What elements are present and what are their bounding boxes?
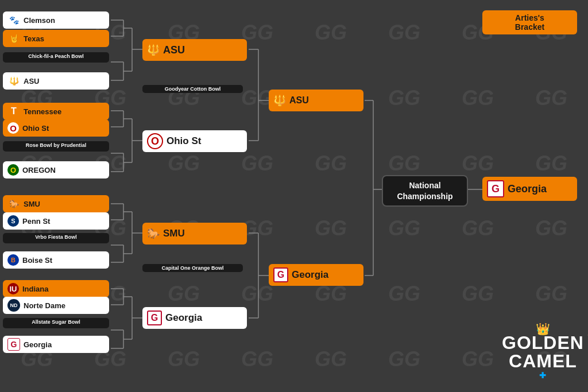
r1-indiana: IU Indiana: [3, 280, 109, 297]
r2-asu: 🔱 ASU: [142, 39, 247, 61]
smu-r2-icon: 🐎: [147, 227, 160, 240]
r2-smu: 🐎 SMU: [142, 223, 247, 244]
texas-icon: 🤘: [7, 32, 20, 45]
r1-georgia: G Georgia: [3, 336, 109, 353]
notredame-icon: ND: [7, 299, 20, 312]
georgia-r3-icon: G: [273, 267, 288, 282]
georgia-winner-icon: G: [487, 180, 504, 197]
r1-texas: 🤘 Texas: [3, 30, 109, 47]
r1-penn-st: S Penn St: [3, 212, 109, 230]
r1-clemson: 🐾 Clemson: [3, 11, 109, 29]
r3-georgia: G Georgia: [269, 264, 363, 286]
georgia-r2-icon: G: [147, 311, 162, 325]
pennst-icon: S: [7, 215, 19, 227]
clemson-icon: 🐾: [7, 14, 20, 26]
tennessee-icon: T: [7, 105, 20, 118]
peach-bowl-label: Chick-fil-a Peach Bowl: [3, 52, 109, 63]
boisest-icon: B: [7, 254, 19, 266]
smu-r1-icon: 🐎: [7, 197, 20, 210]
oregon-icon: O: [7, 164, 19, 176]
ohiost-r2-icon: O: [147, 133, 163, 149]
r1-ohio-st: O Ohio St: [3, 119, 109, 137]
r1-tennessee: T Tennessee: [3, 103, 109, 120]
r4-georgia-winner: G Georgia: [482, 177, 577, 201]
golden-camel-logo: 👑 GOLDEN CAMEL ✚ 🐪: [502, 322, 577, 381]
r1-oregon: O OREGON: [3, 161, 109, 178]
sugar-bowl-label: Allstate Sugar Bowl: [3, 318, 109, 328]
asu-r1-icon: 🔱: [7, 75, 20, 87]
r1-smu: 🐎 SMU: [3, 195, 109, 212]
ohiost-r1-icon: O: [7, 122, 19, 134]
r1-asu: 🔱 ASU: [3, 72, 109, 90]
asu-r3-icon: 🔱: [273, 94, 286, 107]
arties-bracket-label: Arties'sBracket: [482, 10, 577, 34]
national-championship-box: NationalChampionship: [382, 175, 468, 207]
fiesta-bowl-label: Vrbo Fiesta Bowl: [3, 233, 109, 243]
georgia-r1-icon: G: [7, 338, 20, 351]
asu-r2-icon: 🔱: [147, 44, 160, 56]
r2-georgia: G Georgia: [142, 307, 247, 329]
r3-asu: 🔱 ASU: [269, 90, 363, 111]
r1-notre-dame: ND Norte Dame: [3, 297, 109, 314]
orange-bowl-label: Capital One Orange Bowl: [142, 264, 243, 272]
r1-boise-st: B Boise St: [3, 251, 109, 269]
cotton-bowl-label: Goodyear Cotton Bowl: [142, 85, 243, 93]
rose-bowl-label: Rose Bowl by Prudential: [3, 141, 109, 152]
r2-ohio-st: O Ohio St: [142, 130, 247, 152]
indiana-icon: IU: [7, 283, 19, 294]
